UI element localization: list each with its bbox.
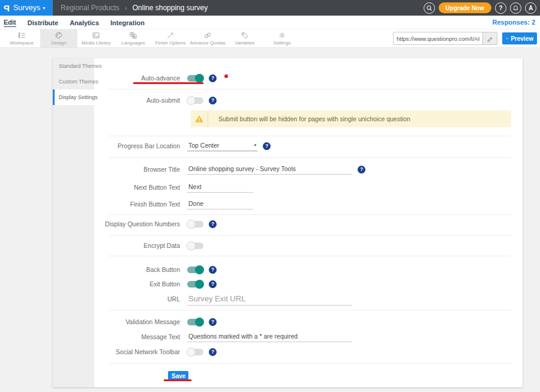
search-button[interactable] bbox=[424, 2, 435, 14]
help-icon[interactable]: ? bbox=[358, 166, 365, 173]
display-question-numbers-row: Display Question Numbers ? bbox=[94, 219, 523, 229]
avatar[interactable]: A bbox=[525, 2, 536, 14]
preview-button[interactable]: Preview bbox=[502, 32, 537, 44]
validation-message-row: Validation Message ? bbox=[94, 316, 523, 327]
design-toolbar: Workspace Design Media Library Languages… bbox=[0, 29, 540, 48]
preview-label: Preview bbox=[511, 35, 533, 42]
sidebar-item-standard-themes[interactable]: Standard Themes bbox=[53, 58, 94, 74]
toolbar-right: Preview bbox=[393, 29, 540, 47]
progress-bar-location-row: Progress Bar Location Top Center ▾ ? bbox=[94, 140, 523, 151]
toolbar-label: Workspace bbox=[10, 40, 34, 46]
display-question-numbers-toggle[interactable] bbox=[187, 221, 203, 228]
exit-url-label: URL bbox=[94, 295, 187, 303]
help-icon[interactable]: ? bbox=[209, 220, 217, 228]
tab-integration[interactable]: Integration bbox=[110, 18, 145, 27]
toolbar-item-advance-quotas[interactable]: Advance Quotas bbox=[189, 29, 226, 47]
progress-bar-location-value: Top Center bbox=[188, 142, 219, 149]
finish-button-text-input[interactable] bbox=[187, 199, 253, 210]
warning-icon-cell bbox=[191, 110, 208, 127]
toolbar-item-workspace[interactable]: Workspace bbox=[3, 29, 40, 47]
sidebar-item-custom-themes[interactable]: Custom Themes bbox=[53, 74, 94, 89]
divider bbox=[109, 256, 511, 256]
toolbar-item-finish-options[interactable]: Finish Options bbox=[152, 29, 189, 47]
help-icon[interactable]: ? bbox=[209, 318, 217, 326]
tab-distribute[interactable]: Distribute bbox=[28, 18, 58, 27]
toolbar-item-languages[interactable]: Languages bbox=[115, 29, 152, 47]
back-button-toggle[interactable] bbox=[187, 267, 203, 273]
help-icon[interactable]: ? bbox=[209, 74, 217, 82]
browser-title-input[interactable] bbox=[187, 164, 352, 175]
browser-title-row: Browser Title ? bbox=[94, 164, 523, 175]
tab-analytics[interactable]: Analytics bbox=[70, 18, 99, 27]
exit-url-input[interactable] bbox=[187, 293, 352, 306]
encrypt-data-toggle[interactable] bbox=[187, 243, 203, 249]
finish-button-text-label: Finish Button Text bbox=[94, 201, 187, 208]
workspace-icon bbox=[17, 31, 26, 40]
survey-url-group bbox=[393, 32, 497, 45]
save-row: Save bbox=[94, 371, 523, 381]
toolbar-item-design[interactable]: Design bbox=[40, 29, 77, 47]
help-icon[interactable]: ? bbox=[209, 348, 217, 356]
help-icon[interactable]: ? bbox=[209, 266, 217, 274]
divider bbox=[109, 363, 511, 364]
chevron-down-icon: ▾ bbox=[43, 5, 45, 11]
annotation-dot bbox=[224, 74, 228, 78]
exit-button-toggle[interactable] bbox=[187, 281, 203, 288]
edit-url-button[interactable] bbox=[482, 32, 497, 44]
media-library-icon bbox=[92, 31, 100, 40]
help-icon[interactable]: ? bbox=[263, 142, 271, 150]
auto-submit-toggle[interactable] bbox=[187, 97, 203, 104]
toolbar-label: Media Library bbox=[82, 40, 110, 46]
back-button-row: Back Button ? bbox=[94, 264, 523, 275]
sidebar-item-display-settings[interactable]: Display Settings bbox=[53, 89, 94, 105]
finish-button-text-row: Finish Button Text bbox=[94, 199, 523, 210]
next-button-text-row: Next Button Text bbox=[94, 182, 523, 193]
help-icon[interactable]: ? bbox=[209, 280, 217, 288]
responses-count[interactable]: Responses: 2 bbox=[492, 19, 535, 26]
auto-advance-toggle[interactable] bbox=[187, 75, 203, 82]
questionpro-display-settings-page: { "ui": { "caret": "▾", "help_glyph": "?… bbox=[0, 0, 540, 392]
app-name: Surveys bbox=[13, 4, 40, 12]
progress-bar-location-label: Progress Bar Location bbox=[94, 142, 187, 149]
languages-icon bbox=[129, 31, 137, 40]
help-icon[interactable]: ? bbox=[209, 97, 217, 104]
message-text-label: Message Text bbox=[94, 333, 187, 340]
toolbar-item-settings[interactable]: Settings bbox=[263, 29, 301, 47]
product-switcher[interactable]: P Surveys ▾ bbox=[0, 0, 53, 16]
validation-message-toggle[interactable] bbox=[187, 319, 203, 325]
message-text-row: Message Text bbox=[94, 331, 523, 342]
toolbar-item-media-library[interactable]: Media Library bbox=[77, 29, 115, 47]
display-settings-form: Auto-advance ? Auto-submit ? Submit butt… bbox=[94, 58, 523, 381]
help-button[interactable]: ? bbox=[495, 2, 506, 14]
breadcrumb: Regional Products › Online shopping surv… bbox=[53, 0, 208, 16]
survey-url-input[interactable] bbox=[394, 32, 482, 44]
survey-nav: Edit Distribute Analytics Integration Re… bbox=[0, 16, 540, 29]
chevron-down-icon: ▾ bbox=[254, 143, 256, 148]
questionpro-logo: P bbox=[4, 3, 10, 13]
progress-bar-location-select[interactable]: Top Center ▾ bbox=[187, 140, 257, 151]
notifications-button[interactable] bbox=[510, 2, 521, 14]
design-palette-icon bbox=[55, 31, 63, 40]
advance-quotas-links-icon bbox=[203, 31, 212, 40]
toolbar-label: Design bbox=[52, 40, 67, 46]
exit-button-row: Exit Button ? bbox=[94, 279, 523, 289]
toolbar-item-variables[interactable]: Variables bbox=[226, 29, 263, 47]
warning-text: Submit button will be hidden for pages w… bbox=[208, 110, 410, 127]
upgrade-button[interactable]: Upgrade Now bbox=[439, 2, 491, 13]
variables-tag-icon bbox=[241, 31, 249, 40]
finish-options-wand-icon bbox=[166, 31, 175, 40]
tab-edit[interactable]: Edit bbox=[4, 17, 16, 27]
themes-sidebar: Standard Themes Custom Themes Display Se… bbox=[53, 58, 94, 387]
message-text-input[interactable] bbox=[187, 331, 352, 342]
breadcrumb-current: Online shopping survey bbox=[133, 4, 208, 12]
auto-submit-row: Auto-submit ? bbox=[94, 95, 523, 106]
bell-icon bbox=[512, 5, 519, 11]
social-network-toolbar-toggle[interactable] bbox=[187, 349, 203, 355]
divider bbox=[109, 214, 511, 215]
breadcrumb-parent[interactable]: Regional Products bbox=[61, 4, 119, 12]
next-button-text-input[interactable] bbox=[187, 182, 253, 193]
auto-advance-row: Auto-advance ? bbox=[94, 58, 523, 83]
divider bbox=[109, 157, 511, 158]
exit-url-row: URL bbox=[94, 292, 523, 306]
divider bbox=[109, 136, 511, 136]
